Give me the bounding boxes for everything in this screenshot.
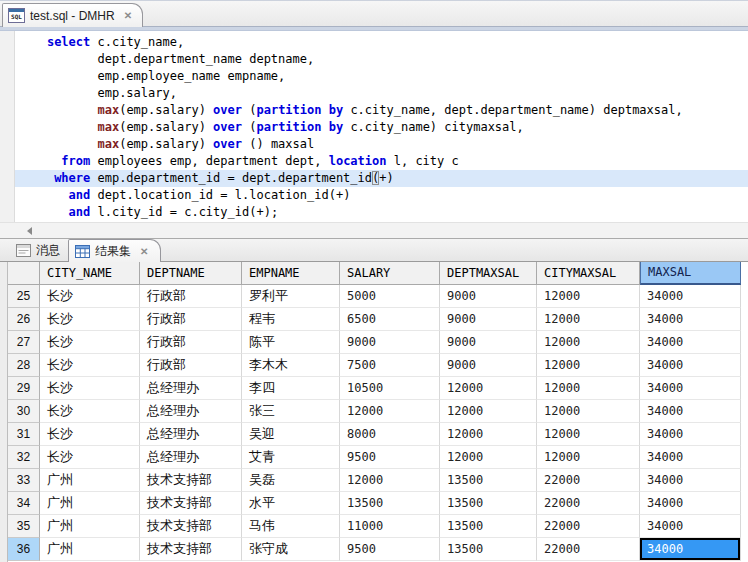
tab-messages[interactable]: 消息 bbox=[8, 240, 68, 261]
table-cell[interactable]: 22000 bbox=[537, 492, 640, 515]
table-cell[interactable]: 34000 bbox=[640, 446, 741, 469]
table-cell[interactable]: 行政部 bbox=[140, 308, 242, 331]
code-line[interactable]: from employees emp, department dept, loc… bbox=[15, 153, 748, 170]
table-cell[interactable]: 广州 bbox=[40, 538, 140, 561]
table-cell[interactable]: 长沙 bbox=[40, 446, 140, 469]
row-number-cell[interactable]: 29 bbox=[8, 377, 40, 400]
table-cell[interactable]: 水平 bbox=[242, 492, 340, 515]
code-lines[interactable]: select c.city_name, dept.department_name… bbox=[15, 31, 748, 222]
table-cell[interactable]: 12000 bbox=[537, 400, 640, 423]
table-cell[interactable]: 9000 bbox=[440, 308, 537, 331]
table-cell[interactable]: 广州 bbox=[40, 515, 140, 538]
column-header-empname[interactable]: EMPNAME bbox=[242, 262, 340, 285]
table-cell[interactable]: 12000 bbox=[537, 446, 640, 469]
row-number-cell[interactable]: 27 bbox=[8, 331, 40, 354]
table-cell[interactable]: 9000 bbox=[440, 285, 537, 308]
table-cell[interactable]: 张守成 bbox=[242, 538, 340, 561]
table-cell[interactable]: 12000 bbox=[440, 400, 537, 423]
table-cell[interactable]: 11000 bbox=[340, 515, 440, 538]
table-cell[interactable]: 13500 bbox=[440, 538, 537, 561]
row-number-cell[interactable]: 34 bbox=[8, 492, 40, 515]
table-cell[interactable]: 12000 bbox=[537, 285, 640, 308]
table-cell[interactable]: 陈平 bbox=[242, 331, 340, 354]
table-cell[interactable]: 总经理办 bbox=[140, 400, 242, 423]
column-header-citymaxsal[interactable]: CITYMAXSAL bbox=[537, 262, 640, 285]
table-cell[interactable]: 吴迎 bbox=[242, 423, 340, 446]
table-cell[interactable]: 13500 bbox=[440, 469, 537, 492]
table-cell[interactable]: 李四 bbox=[242, 377, 340, 400]
table-cell[interactable]: 技术支持部 bbox=[140, 492, 242, 515]
editor-horizontal-scrollbar[interactable] bbox=[0, 222, 748, 238]
table-cell[interactable]: 12000 bbox=[537, 354, 640, 377]
row-number-cell[interactable]: 35 bbox=[8, 515, 40, 538]
table-cell[interactable]: 34000 bbox=[640, 285, 741, 308]
table-cell[interactable]: 5000 bbox=[340, 285, 440, 308]
table-cell[interactable]: 12000 bbox=[537, 377, 640, 400]
editor-tab-test-sql[interactable]: SQL test.sql - DMHR ✕ bbox=[2, 3, 143, 27]
table-cell[interactable]: 行政部 bbox=[140, 285, 242, 308]
table-cell[interactable]: 34000 bbox=[640, 492, 741, 515]
code-line[interactable]: where emp.department_id = dept.departmen… bbox=[15, 170, 748, 187]
table-cell[interactable]: 12000 bbox=[537, 331, 640, 354]
table-cell[interactable]: 9500 bbox=[340, 538, 440, 561]
table-cell[interactable]: 长沙 bbox=[40, 331, 140, 354]
table-cell[interactable]: 行政部 bbox=[140, 354, 242, 377]
code-line[interactable]: max(emp.salary) over (partition by c.cit… bbox=[15, 119, 748, 136]
row-number-cell[interactable]: 33 bbox=[8, 469, 40, 492]
table-cell[interactable]: 34000 bbox=[640, 400, 741, 423]
table-cell[interactable]: 总经理办 bbox=[140, 377, 242, 400]
table-cell[interactable]: 22000 bbox=[537, 469, 640, 492]
code-line[interactable]: max(emp.salary) over () maxsal bbox=[15, 136, 748, 153]
close-icon[interactable]: ✕ bbox=[140, 246, 148, 257]
table-cell[interactable]: 34000 bbox=[640, 308, 741, 331]
column-header-city_name[interactable]: CITY_NAME bbox=[40, 262, 140, 285]
code-line[interactable]: select c.city_name, bbox=[15, 34, 748, 51]
table-cell[interactable]: 罗利平 bbox=[242, 285, 340, 308]
grid-corner-cell[interactable] bbox=[8, 262, 40, 285]
table-cell[interactable]: 7500 bbox=[340, 354, 440, 377]
column-header-maxsal[interactable]: MAXSAL bbox=[640, 262, 741, 285]
table-cell[interactable]: 技术支持部 bbox=[140, 538, 242, 561]
table-cell[interactable]: 李木木 bbox=[242, 354, 340, 377]
table-cell[interactable]: 22000 bbox=[537, 538, 640, 561]
row-number-cell[interactable]: 25 bbox=[8, 285, 40, 308]
table-cell[interactable]: 34000 bbox=[640, 515, 741, 538]
table-cell[interactable]: 34000 bbox=[640, 423, 741, 446]
table-cell[interactable]: 广州 bbox=[40, 492, 140, 515]
table-cell[interactable]: 艾青 bbox=[242, 446, 340, 469]
table-cell[interactable]: 12000 bbox=[537, 423, 640, 446]
table-cell[interactable]: 长沙 bbox=[40, 308, 140, 331]
table-cell[interactable]: 8000 bbox=[340, 423, 440, 446]
column-header-deptname[interactable]: DEPTNAME bbox=[140, 262, 242, 285]
table-cell[interactable]: 12000 bbox=[440, 377, 537, 400]
sql-editor[interactable]: select c.city_name, dept.department_name… bbox=[0, 31, 748, 222]
close-icon[interactable]: ✕ bbox=[124, 10, 132, 21]
table-cell[interactable]: 长沙 bbox=[40, 377, 140, 400]
table-cell[interactable]: 13500 bbox=[440, 492, 537, 515]
table-cell[interactable]: 吴磊 bbox=[242, 469, 340, 492]
selected-cell[interactable]: 34000 bbox=[640, 538, 741, 561]
row-number-cell[interactable]: 26 bbox=[8, 308, 40, 331]
table-cell[interactable]: 6500 bbox=[340, 308, 440, 331]
row-number-cell[interactable]: 31 bbox=[8, 423, 40, 446]
table-cell[interactable]: 总经理办 bbox=[140, 446, 242, 469]
scroll-left-arrow-icon[interactable] bbox=[27, 227, 32, 235]
code-line[interactable]: and dept.location_id = l.location_id(+) bbox=[15, 187, 748, 204]
table-cell[interactable]: 广州 bbox=[40, 469, 140, 492]
row-number-cell[interactable]: 30 bbox=[8, 400, 40, 423]
code-line[interactable]: dept.department_name deptname, bbox=[15, 51, 748, 68]
table-cell[interactable]: 长沙 bbox=[40, 423, 140, 446]
table-cell[interactable]: 34000 bbox=[640, 354, 741, 377]
table-cell[interactable]: 12000 bbox=[340, 400, 440, 423]
table-cell[interactable]: 34000 bbox=[640, 469, 741, 492]
table-cell[interactable]: 行政部 bbox=[140, 331, 242, 354]
tab-result-set[interactable]: 结果集 ✕ bbox=[68, 239, 161, 262]
table-cell[interactable]: 技术支持部 bbox=[140, 515, 242, 538]
table-cell[interactable]: 总经理办 bbox=[140, 423, 242, 446]
table-cell[interactable]: 13500 bbox=[440, 515, 537, 538]
table-cell[interactable]: 34000 bbox=[640, 377, 741, 400]
table-cell[interactable]: 9000 bbox=[340, 331, 440, 354]
table-cell[interactable]: 9500 bbox=[340, 446, 440, 469]
table-cell[interactable]: 22000 bbox=[537, 515, 640, 538]
table-cell[interactable]: 12000 bbox=[440, 423, 537, 446]
